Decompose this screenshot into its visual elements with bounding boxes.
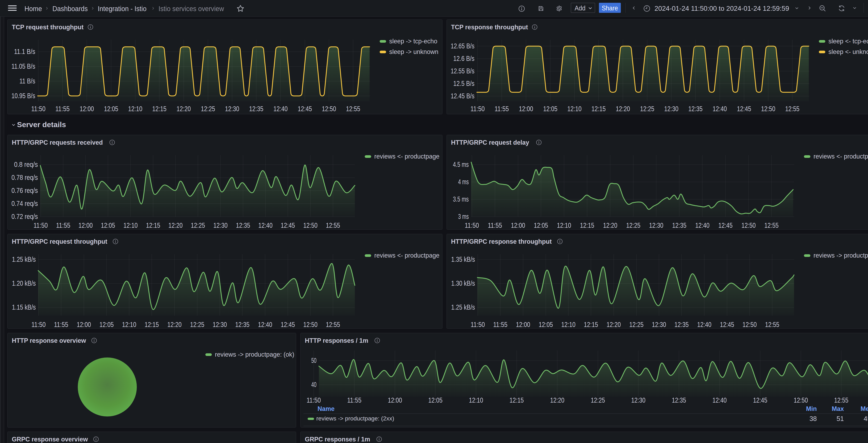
svg-text:12:05: 12:05 (534, 222, 548, 229)
svg-text:12:05: 12:05 (99, 321, 114, 328)
svg-text:11:55: 11:55 (488, 222, 502, 229)
svg-text:12:00: 12:00 (77, 321, 91, 328)
svg-text:1.25 kB/s: 1.25 kB/s (451, 303, 475, 311)
svg-text:1.25 kB/s: 1.25 kB/s (12, 255, 36, 263)
svg-text:11.05 B/s: 11.05 B/s (11, 62, 35, 70)
svg-text:12:55: 12:55 (326, 321, 340, 328)
svg-text:4 ms: 4 ms (458, 178, 469, 185)
svg-text:12:10: 12:10 (561, 321, 576, 328)
svg-text:12:50: 12:50 (743, 321, 757, 328)
svg-text:12:30: 12:30 (213, 321, 227, 328)
svg-text:12:30: 12:30 (631, 396, 646, 404)
svg-text:12:30: 12:30 (664, 105, 678, 112)
svg-text:3.5 ms: 3.5 ms (453, 195, 469, 203)
svg-text:12:40: 12:40 (258, 321, 272, 328)
svg-text:12:25: 12:25 (201, 105, 215, 112)
svg-text:12:35: 12:35 (235, 321, 249, 328)
svg-text:12.45 B/s: 12.45 B/s (451, 92, 474, 100)
svg-text:10.95 B/s: 10.95 B/s (11, 92, 35, 100)
svg-text:4.5 ms: 4.5 ms (453, 161, 469, 168)
svg-text:12:00: 12:00 (80, 105, 94, 112)
svg-text:11:55: 11:55 (493, 321, 507, 328)
svg-text:12:15: 12:15 (146, 222, 160, 229)
svg-text:11:50: 11:50 (307, 396, 321, 404)
svg-text:12:20: 12:20 (177, 105, 191, 112)
svg-text:12:30: 12:30 (652, 321, 666, 328)
svg-text:12:00: 12:00 (516, 321, 530, 328)
svg-text:12:05: 12:05 (104, 105, 118, 112)
svg-text:12:55: 12:55 (834, 396, 848, 404)
svg-text:12:15: 12:15 (584, 321, 598, 328)
svg-text:12:00: 12:00 (388, 396, 402, 404)
svg-text:11:55: 11:55 (495, 105, 509, 112)
svg-text:40: 40 (311, 381, 316, 388)
svg-text:12:10: 12:10 (122, 321, 136, 328)
svg-text:12:40: 12:40 (697, 321, 711, 328)
svg-text:12:45: 12:45 (281, 222, 295, 229)
svg-text:11:50: 11:50 (471, 321, 485, 328)
svg-text:12:15: 12:15 (580, 222, 594, 229)
svg-text:11:55: 11:55 (54, 321, 68, 328)
svg-text:12:00: 12:00 (79, 222, 93, 229)
svg-text:12:05: 12:05 (543, 105, 557, 112)
svg-text:3 ms: 3 ms (458, 213, 469, 220)
svg-text:12:40: 12:40 (258, 222, 273, 229)
svg-text:11:50: 11:50 (470, 105, 485, 112)
svg-text:11:50: 11:50 (31, 105, 45, 112)
svg-text:11:55: 11:55 (347, 396, 362, 404)
svg-text:11:55: 11:55 (55, 105, 70, 112)
svg-text:12:45: 12:45 (753, 396, 767, 404)
svg-text:12:25: 12:25 (629, 321, 644, 328)
svg-text:12:20: 12:20 (603, 222, 617, 229)
svg-text:12:10: 12:10 (567, 105, 582, 112)
svg-text:11.1 B/s: 11.1 B/s (14, 48, 35, 55)
svg-text:12:50: 12:50 (761, 105, 775, 112)
svg-text:11:50: 11:50 (31, 321, 45, 328)
svg-text:12.55 B/s: 12.55 B/s (451, 67, 474, 75)
svg-text:0.76 req/s: 0.76 req/s (11, 186, 38, 194)
svg-text:1.30 kB/s: 1.30 kB/s (451, 279, 475, 287)
svg-text:11 B/s: 11 B/s (20, 77, 35, 85)
svg-text:12:55: 12:55 (765, 321, 779, 328)
svg-text:12:35: 12:35 (675, 321, 689, 328)
svg-text:12:40: 12:40 (712, 396, 727, 404)
svg-text:12:15: 12:15 (591, 105, 606, 112)
svg-text:12:35: 12:35 (249, 105, 264, 112)
svg-text:12:15: 12:15 (509, 396, 524, 404)
svg-text:12:40: 12:40 (695, 222, 710, 229)
svg-text:12:35: 12:35 (672, 222, 686, 229)
svg-text:12:45: 12:45 (737, 105, 751, 112)
svg-text:12.6 B/s: 12.6 B/s (453, 55, 474, 62)
svg-text:50: 50 (311, 356, 316, 364)
svg-text:12:55: 12:55 (764, 222, 779, 229)
svg-text:12:10: 12:10 (128, 105, 142, 112)
svg-text:0.74 req/s: 0.74 req/s (11, 200, 38, 207)
svg-text:12:35: 12:35 (672, 396, 686, 404)
svg-text:12:55: 12:55 (326, 222, 340, 229)
svg-text:12:55: 12:55 (346, 105, 360, 112)
svg-text:12:40: 12:40 (273, 105, 288, 112)
svg-text:12:35: 12:35 (688, 105, 703, 112)
svg-text:12:45: 12:45 (720, 321, 734, 328)
svg-text:1.15 kB/s: 1.15 kB/s (12, 303, 36, 311)
svg-text:12:00: 12:00 (519, 105, 533, 112)
svg-text:12:10: 12:10 (557, 222, 571, 229)
svg-text:12:25: 12:25 (190, 321, 204, 328)
svg-text:12:20: 12:20 (616, 105, 630, 112)
svg-text:12:45: 12:45 (718, 222, 733, 229)
svg-text:12:20: 12:20 (550, 396, 564, 404)
svg-text:12:05: 12:05 (428, 396, 442, 404)
svg-text:12:25: 12:25 (640, 105, 654, 112)
svg-text:12:25: 12:25 (626, 222, 641, 229)
svg-text:12:50: 12:50 (303, 321, 317, 328)
svg-text:1.35 kB/s: 1.35 kB/s (451, 255, 475, 263)
svg-text:0.72 req/s: 0.72 req/s (11, 213, 38, 220)
svg-text:12:05: 12:05 (101, 222, 115, 229)
svg-text:12:25: 12:25 (591, 396, 605, 404)
svg-text:12:30: 12:30 (213, 222, 227, 229)
svg-text:11:55: 11:55 (56, 222, 70, 229)
svg-text:12:20: 12:20 (167, 321, 182, 328)
svg-text:12:50: 12:50 (322, 105, 336, 112)
svg-text:12:40: 12:40 (713, 105, 727, 112)
svg-text:11:50: 11:50 (33, 222, 48, 229)
